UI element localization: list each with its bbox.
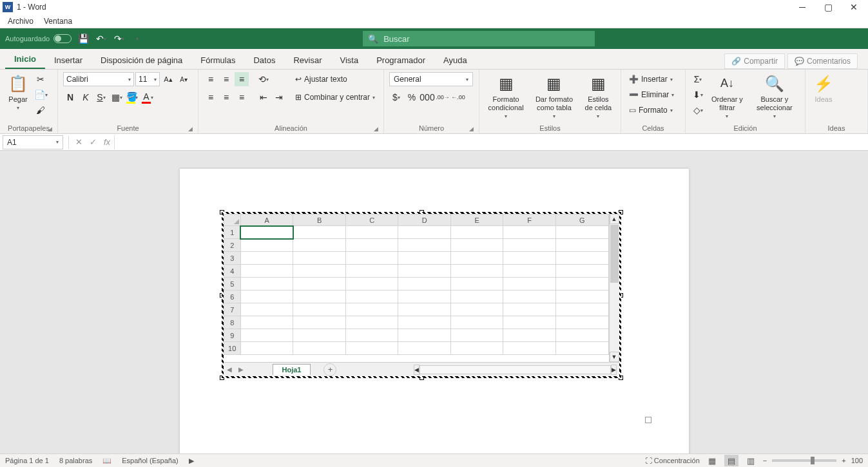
cell[interactable] — [345, 342, 398, 355]
page-status[interactable]: Página 1 de 1 — [5, 457, 49, 464]
tab-programador[interactable]: Programador — [367, 52, 434, 69]
share-button[interactable]: 🔗 Compartir — [724, 53, 785, 69]
web-layout-button[interactable]: ▥ — [744, 455, 758, 466]
column-header[interactable]: G — [555, 214, 608, 226]
row-header[interactable]: 3 — [224, 252, 240, 265]
row-header[interactable]: 5 — [224, 278, 240, 291]
cell[interactable] — [398, 303, 451, 316]
fill-button[interactable]: ⬇▾ — [691, 88, 705, 102]
zoom-slider[interactable] — [772, 459, 836, 462]
decrease-decimal-button[interactable]: ←.00 — [451, 90, 465, 104]
insert-cells-button[interactable]: ➕Insertar▾ — [626, 72, 675, 86]
fx-icon[interactable]: fx — [100, 135, 114, 149]
clear-button[interactable]: ◇▾ — [691, 103, 705, 117]
cell-a1[interactable] — [240, 226, 293, 239]
column-header[interactable]: B — [293, 214, 346, 226]
spreadsheet-grid[interactable]: A B C D E F G 1 2 3 — [224, 214, 609, 355]
cell[interactable] — [450, 252, 503, 265]
zoom-level[interactable]: 100 — [851, 457, 863, 464]
cell[interactable] — [503, 291, 556, 303]
cell[interactable] — [240, 252, 293, 265]
cell[interactable] — [293, 303, 346, 316]
cell[interactable] — [450, 342, 503, 355]
sheet-tab-hoja1[interactable]: Hoja1 — [273, 364, 311, 375]
cell[interactable] — [503, 342, 556, 355]
read-mode-button[interactable]: ▦ — [705, 455, 719, 466]
format-cells-button[interactable]: ▭Formato▾ — [626, 103, 675, 117]
print-layout-button[interactable]: ▤ — [724, 455, 738, 466]
cut-button[interactable]: ✂ — [34, 72, 48, 86]
macro-icon[interactable]: ▶ — [189, 457, 194, 465]
cell[interactable] — [293, 342, 346, 355]
column-header[interactable]: A — [240, 214, 293, 226]
cell[interactable] — [293, 252, 346, 265]
scroll-thumb[interactable] — [610, 225, 619, 283]
align-middle-button[interactable]: ≡ — [219, 72, 233, 86]
cell[interactable] — [450, 316, 503, 329]
menu-archivo[interactable]: Archivo — [3, 15, 39, 27]
tab-inicio[interactable]: Inicio — [5, 50, 45, 69]
comma-button[interactable]: 000 — [420, 90, 434, 104]
row-header[interactable]: 9 — [224, 329, 240, 342]
scroll-left-icon[interactable]: ◀ — [414, 365, 420, 375]
cell[interactable] — [555, 329, 608, 342]
launcher-icon[interactable]: ◢ — [48, 126, 52, 132]
bold-button[interactable]: N — [63, 90, 77, 104]
align-top-button[interactable]: ≡ — [204, 72, 218, 86]
cell[interactable] — [555, 303, 608, 316]
scroll-track[interactable] — [420, 365, 610, 374]
ideas-button[interactable]: ⚡Ideas — [811, 72, 836, 105]
row-header[interactable]: 7 — [224, 303, 240, 316]
cell[interactable] — [240, 265, 293, 278]
paste-button[interactable]: 📋 Pegar▾ — [5, 72, 31, 113]
cell[interactable] — [240, 278, 293, 291]
tab-disposicion[interactable]: Disposición de página — [92, 52, 191, 69]
maximize-button[interactable]: ▢ — [822, 1, 834, 14]
align-right-button[interactable]: ≡ — [235, 90, 249, 104]
select-all-corner[interactable] — [224, 214, 240, 226]
cell[interactable] — [240, 316, 293, 329]
increase-decimal-button[interactable]: .00→ — [436, 90, 450, 104]
cell[interactable] — [293, 329, 346, 342]
currency-button[interactable]: $▾ — [389, 90, 403, 104]
cell[interactable] — [450, 278, 503, 291]
wrap-text-button[interactable]: ↩Ajustar texto — [293, 72, 378, 86]
name-box[interactable]: A1▾ — [3, 135, 63, 149]
tab-datos[interactable]: Datos — [244, 52, 284, 69]
cell[interactable] — [555, 239, 608, 252]
cell[interactable] — [240, 329, 293, 342]
underline-button[interactable]: S▾ — [94, 90, 108, 104]
undo-icon[interactable]: ↶▾ — [95, 32, 108, 45]
cell[interactable] — [555, 226, 608, 239]
increase-indent-button[interactable]: ⇥ — [272, 90, 286, 104]
cell[interactable] — [503, 265, 556, 278]
cell[interactable] — [555, 316, 608, 329]
cell[interactable] — [240, 291, 293, 303]
copy-button[interactable]: 📄▾ — [34, 88, 48, 102]
cell[interactable] — [503, 329, 556, 342]
cell[interactable] — [293, 291, 346, 303]
cell[interactable] — [293, 239, 346, 252]
close-button[interactable]: ✕ — [847, 1, 860, 14]
row-header[interactable]: 4 — [224, 265, 240, 278]
cancel-formula-icon[interactable]: ✕ — [72, 135, 86, 149]
cell[interactable] — [345, 291, 398, 303]
sheet-nav-next[interactable]: ▶ — [235, 364, 247, 376]
cell[interactable] — [450, 329, 503, 342]
cell[interactable] — [503, 278, 556, 291]
cell[interactable] — [293, 265, 346, 278]
cell[interactable] — [345, 265, 398, 278]
cell[interactable] — [398, 226, 451, 239]
cell[interactable] — [240, 303, 293, 316]
row-header[interactable]: 1 — [224, 226, 240, 239]
cell[interactable] — [398, 239, 451, 252]
borders-button[interactable]: ▦▾ — [110, 90, 124, 104]
cell-styles-button[interactable]: ▦Estilos de celda▾ — [581, 72, 615, 121]
format-painter-button[interactable]: 🖌 — [34, 103, 48, 117]
cell[interactable] — [450, 291, 503, 303]
cell[interactable] — [398, 265, 451, 278]
cell[interactable] — [503, 252, 556, 265]
cell[interactable] — [450, 265, 503, 278]
increase-font-button[interactable]: A▴ — [161, 72, 175, 86]
search-input[interactable]: 🔍 Buscar — [363, 31, 595, 46]
